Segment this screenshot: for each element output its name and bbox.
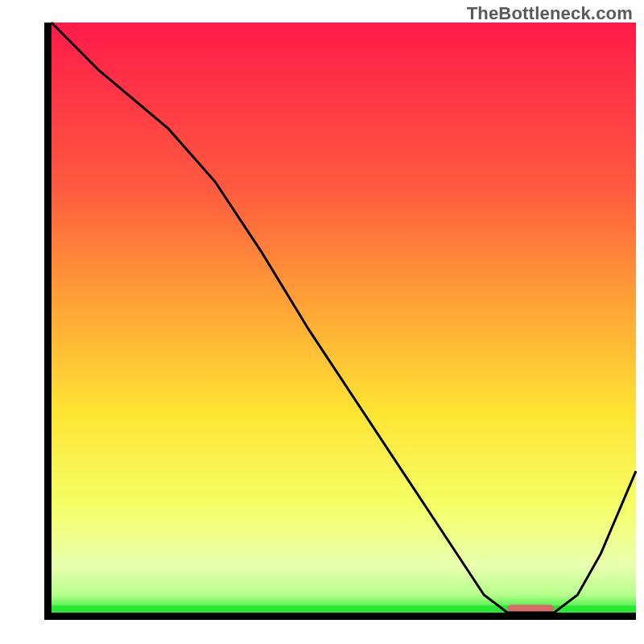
x-axis [44, 613, 636, 620]
optimum-marker [507, 605, 554, 612]
plot-background [52, 23, 636, 613]
y-axis [44, 23, 52, 620]
chart-stage: TheBottleneck.com [0, 0, 644, 644]
watermark-text: TheBottleneck.com [467, 3, 633, 24]
bottleneck-chart [0, 0, 644, 644]
